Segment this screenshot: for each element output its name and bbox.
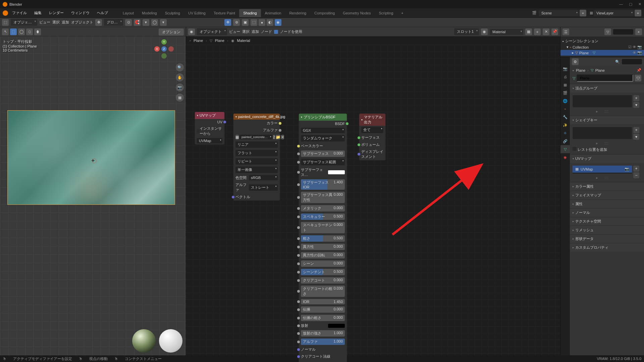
props-tab-modifiers[interactable]: 🔧 — [560, 113, 570, 121]
node-menu-select[interactable]: 選択 — [242, 29, 250, 34]
bsdf-param[interactable]: サブサーフェスIOR1.400 — [299, 178, 347, 191]
tab-shading[interactable]: Shading — [239, 9, 261, 17]
node-tex-title[interactable]: painted_concrete_diff_4k.jpg — [233, 114, 280, 120]
orientation-icon[interactable]: ✥ — [95, 19, 102, 26]
bsdf-param[interactable]: 伝播の粗さ0.000 — [299, 314, 347, 322]
outliner-search[interactable] — [613, 29, 633, 35]
zoom-icon[interactable]: 🔍 — [176, 63, 184, 71]
menu-window[interactable]: ウィンドウ — [68, 9, 93, 17]
projection-select[interactable]: フラット — [235, 150, 278, 156]
shading-solid[interactable]: ● — [259, 19, 265, 26]
use-nodes-checkbox[interactable] — [274, 30, 278, 34]
menu-file[interactable]: ファイル — [9, 9, 30, 17]
outliner-filter-icon[interactable]: ▽ — [604, 28, 611, 35]
node-uvmap[interactable]: UVマップ UV インスタンサーから UVMap — [195, 112, 225, 145]
xray-toggle[interactable]: ▣ — [242, 19, 249, 26]
attributes-header[interactable]: 属性 — [570, 200, 644, 208]
extension-select[interactable]: リピート — [235, 158, 278, 165]
uv-maps-header[interactable]: UVマップ — [570, 155, 644, 163]
material-name-field[interactable]: Material — [490, 29, 523, 35]
outliner-new-collection[interactable]: + — [635, 28, 642, 35]
socket-uv-out[interactable]: UV — [195, 119, 224, 125]
snap-target-icon[interactable]: ▾ — [143, 19, 149, 26]
chevron-right-icon[interactable]: ▸ — [572, 51, 574, 55]
render-icon[interactable]: 📷 — [637, 51, 642, 55]
uv-remove-button[interactable]: − — [633, 172, 639, 178]
menu-help[interactable]: ヘルプ — [94, 9, 111, 17]
scene-field[interactable]: Scene — [539, 10, 579, 16]
bc-mesh[interactable]: Plane — [215, 39, 224, 43]
props-tab-output[interactable]: 🖨 — [560, 73, 570, 81]
material-preview-sphere[interactable] — [159, 329, 182, 353]
target-select[interactable]: 全て — [361, 127, 383, 133]
props-tab-material[interactable]: ◉ — [560, 153, 570, 161]
material-browser-icon[interactable]: ▦ — [525, 28, 532, 35]
uv-maps-list[interactable]: ▦ UVMap 📷 + − — [573, 166, 632, 174]
bc-material[interactable]: Material — [237, 39, 250, 43]
colorspace-select[interactable]: sRGB — [249, 175, 278, 180]
slot-select[interactable]: スロット1 — [454, 28, 479, 35]
bsdf-param[interactable]: シーン0.000 — [299, 259, 347, 268]
shader-type-select[interactable]: オブジェクト — [197, 28, 227, 35]
plane-row[interactable]: ▸ ▽ Plane ▽ 👁📷 — [560, 50, 644, 56]
normals-header[interactable]: ノーマル — [570, 208, 644, 217]
props-tab-world[interactable]: 🌐 — [560, 97, 570, 105]
vg-add-button[interactable]: + — [633, 95, 639, 101]
socket-volume[interactable]: ボリューム — [359, 141, 385, 148]
source-select[interactable]: 単一画像 — [235, 167, 278, 173]
tex-space-header[interactable]: テクスチャ空間 — [570, 217, 644, 226]
bsdf-param[interactable]: アルファ1.000 — [299, 338, 347, 346]
orientation-select[interactable]: グロ… — [104, 19, 123, 26]
socket-bsdf-out[interactable]: BSDF — [299, 121, 347, 127]
socket-color-out[interactable]: カラー — [233, 120, 280, 127]
select-lasso-icon[interactable]: ⬯ — [26, 28, 33, 35]
remesh-header[interactable]: リメッシュ — [570, 226, 644, 234]
eye-icon[interactable]: 👁 — [633, 45, 636, 49]
material-unlink-icon[interactable]: ✕ — [543, 28, 549, 35]
node-menu-node[interactable]: ノード — [261, 29, 272, 34]
shading-rendered[interactable]: ◉ — [275, 19, 281, 26]
face-maps-header[interactable]: フェイスマップ — [570, 191, 644, 199]
node-material-output[interactable]: マテリアル出力 全て サーフェス ボリューム ディスプレイスメント — [359, 113, 386, 161]
bsdf-param[interactable]: スペキュラーチント0.000 — [299, 221, 347, 234]
menu-select[interactable]: 選択 — [52, 20, 60, 25]
bsdf-param[interactable]: IOR1.450 — [299, 298, 347, 305]
alpha-select[interactable]: ストレート — [249, 184, 278, 191]
menu-render[interactable]: レンダー — [46, 9, 67, 17]
socket-alpha-out[interactable]: アルファ — [233, 127, 280, 134]
shape-keys-header[interactable]: シェイプキー — [570, 116, 644, 124]
proportional-type-icon[interactable]: ▾ — [160, 19, 167, 26]
pin-icon[interactable]: 📌 — [551, 28, 558, 35]
outliner-type-icon[interactable]: ☰ — [562, 28, 569, 35]
vg-menu-button[interactable]: ▾ — [633, 102, 639, 108]
node-bsdf-title[interactable]: プリンシプルBSDF — [299, 114, 347, 121]
props-tab-physics[interactable]: ⚛ — [560, 129, 570, 137]
custom-props-header[interactable]: カスタムプロパティ — [570, 243, 644, 252]
pin-icon[interactable]: 📌 — [637, 68, 641, 72]
chevron-down-icon[interactable]: ▾ — [567, 45, 569, 49]
tool-cursor-icon[interactable]: ↖ — [2, 28, 9, 35]
bsdf-param[interactable]: クリアコート0.000 — [299, 276, 347, 285]
gizmo-toggle[interactable]: ✥ — [224, 19, 231, 26]
sss-method-select[interactable]: ランダムウォーク — [301, 135, 345, 141]
props-search[interactable] — [622, 59, 642, 64]
color-attrs-header[interactable]: カラー属性 — [570, 182, 644, 191]
socket-displacement[interactable]: ディスプレイスメント — [359, 148, 385, 160]
node-uvmap-title[interactable]: UVマップ — [195, 112, 224, 119]
tab-sculpting[interactable]: Sculpting — [161, 9, 184, 17]
nav-gizmo[interactable]: Y X Z — [154, 39, 174, 59]
eye-icon[interactable]: 👁 — [633, 51, 636, 55]
fake-user-icon[interactable]: 🛡 — [635, 75, 641, 81]
bsdf-param[interactable]: シーンチント0.500 — [299, 268, 347, 276]
image-unlink-icon[interactable]: ✕ — [281, 135, 284, 139]
options-button[interactable]: オプション — [159, 28, 184, 36]
bsdf-param[interactable]: サブサーフェス範囲 — [299, 158, 347, 166]
node-output-title[interactable]: マテリアル出力 — [359, 114, 385, 126]
props-tab-scene[interactable]: 🎬 — [560, 89, 570, 97]
scene-collection-row[interactable]: ▪ シーンコレクション — [560, 38, 644, 44]
3d-viewport[interactable]: ↖ ⬚ ◯ ⬯ ⬮ オプション トップ・平行投影 (1) Collection … — [0, 27, 186, 355]
scene-new-button[interactable]: + — [580, 10, 586, 16]
bsdf-param[interactable]: メタリック0.000 — [299, 204, 347, 213]
interp-select[interactable]: リニア — [235, 141, 278, 148]
props-tab-particles[interactable]: ✨ — [560, 121, 570, 129]
